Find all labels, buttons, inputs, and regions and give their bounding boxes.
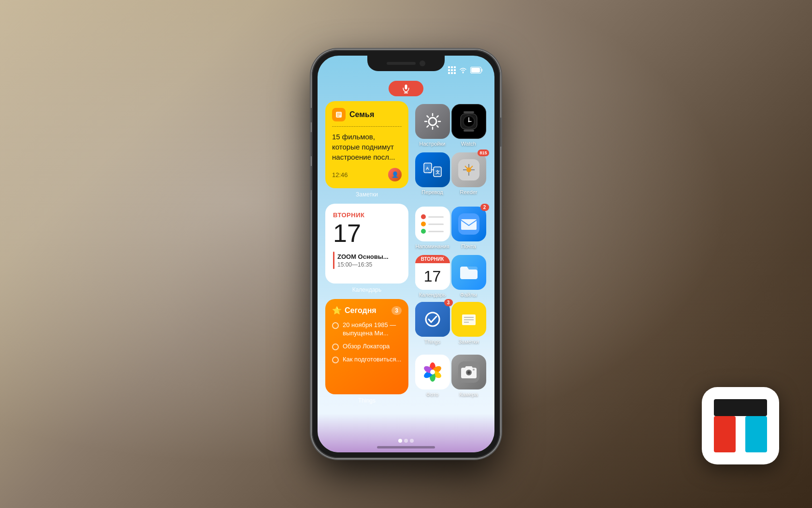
side-button[interactable] — [500, 118, 502, 147]
reminders-dots — [417, 210, 448, 238]
reminders-icon — [415, 207, 450, 241]
home-screen: Семья 15 фильмов, которые поднимут настр… — [318, 77, 494, 452]
svg-rect-66 — [714, 416, 736, 452]
calendar-widget-date: 17 — [333, 221, 401, 246]
things-count-badge: 3 — [392, 306, 402, 315]
things-widget-header: ⭐ Сегодня 3 — [332, 306, 402, 315]
things-app[interactable]: 3 Things — [414, 299, 450, 352]
mail-badge: 2 — [480, 204, 489, 211]
page-dot-1[interactable] — [398, 439, 402, 443]
volume-up-button[interactable] — [310, 132, 312, 156]
notes-app-icon — [451, 302, 486, 337]
svg-rect-13 — [405, 85, 407, 90]
event-details: ZOOM Основы... 15:00—16:35 — [337, 253, 389, 268]
widget-row-2: ВТОРНИК 17 ZOOM Основы... 15:00—16:35 Ка… — [325, 204, 487, 293]
things-item-3: Как подготовиться... — [332, 356, 402, 364]
volume-down-button[interactable] — [310, 166, 312, 190]
settings-icon — [415, 104, 450, 139]
microphone-icon — [401, 84, 411, 93]
svg-line-28 — [436, 116, 438, 118]
files-label: Файлы — [460, 292, 477, 298]
watch-app[interactable]: Watch — [450, 101, 487, 149]
svg-rect-2 — [454, 66, 456, 68]
things-item-2: Обзор Локатора — [332, 343, 402, 351]
watch-icon — [451, 104, 486, 139]
reeder-badge: 815 — [478, 149, 489, 156]
widget-notes-header: Семья — [332, 108, 402, 121]
camera-app[interactable]: Камера — [450, 352, 487, 404]
widget-row-1: Семья 15 фильмов, которые поднимут настр… — [325, 101, 487, 198]
camera-icon — [451, 355, 486, 389]
notes-widget-title: Семья — [349, 110, 374, 119]
mail-label: Почта — [461, 243, 476, 249]
svg-point-59 — [430, 370, 435, 374]
svg-rect-11 — [471, 68, 480, 73]
svg-rect-5 — [454, 69, 456, 71]
page-dot-2[interactable] — [404, 439, 408, 443]
svg-rect-3 — [448, 69, 450, 71]
translate-icon: A 文 — [415, 152, 450, 187]
notes-icon-small — [332, 108, 346, 121]
widget-row-3: ⭐ Сегодня 3 20 ноября 1985 — выпущена Ми… — [325, 299, 487, 404]
calendar-date-num: 17 — [415, 263, 450, 290]
photos-label: Фото — [426, 391, 438, 397]
grid-icon — [448, 66, 456, 74]
apps-grid-row1: Настройки — [414, 101, 487, 198]
camera-label: Камера — [459, 391, 478, 397]
things-circle-2 — [332, 344, 339, 350]
calendar-day-name: Вторник — [415, 255, 450, 263]
svg-line-26 — [436, 126, 438, 127]
silent-switch — [310, 108, 312, 122]
t-logo-svg — [709, 394, 772, 457]
things-text-3: Как подготовиться... — [343, 356, 401, 364]
svg-rect-65 — [714, 399, 767, 416]
svg-text:文: 文 — [435, 170, 440, 175]
notes-widget-content: 15 фильмов, которые поднимут настроение … — [332, 132, 402, 164]
things-widget-title: Сегодня — [345, 306, 377, 315]
files-app[interactable]: Файлы — [450, 252, 487, 300]
svg-point-36 — [468, 121, 469, 122]
svg-rect-6 — [448, 72, 450, 74]
settings-app[interactable]: Настройки — [414, 101, 450, 149]
event-color-stripe — [333, 252, 334, 269]
phone-frame: Семья 15 фильмов, которые поднимут настр… — [312, 50, 500, 458]
calendar-app[interactable]: Вторник 17 Календарь — [414, 252, 450, 300]
translate-app[interactable]: A 文 Перевод — [414, 149, 450, 198]
page-dot-3[interactable] — [410, 439, 414, 443]
notes-app[interactable]: Заметки — [450, 299, 487, 352]
svg-point-63 — [467, 371, 470, 374]
svg-text:A: A — [426, 166, 429, 171]
notch — [367, 56, 445, 71]
translate-label: Перевод — [421, 189, 443, 195]
mail-app[interactable]: 2 Почта — [450, 204, 487, 252]
siri-button[interactable] — [389, 81, 423, 96]
things-badge: 3 — [444, 299, 453, 306]
front-camera — [420, 60, 425, 66]
reeder-label: Reeder — [460, 189, 477, 195]
phone-screen: Семья 15 фильмов, которые поднимут настр… — [318, 56, 494, 452]
settings-label: Настройки — [420, 141, 446, 147]
things-widget-label: Things — [325, 397, 408, 404]
mail-icon: 2 — [451, 207, 486, 241]
calendar-icon: Вторник 17 — [415, 255, 450, 290]
svg-rect-29 — [464, 111, 474, 113]
things-circle-3 — [332, 357, 339, 363]
things-widget[interactable]: ⭐ Сегодня 3 20 ноября 1985 — выпущена Ми… — [325, 299, 408, 394]
svg-line-27 — [427, 126, 428, 127]
watch-label: Watch — [461, 141, 476, 147]
things-app-icon: 3 — [415, 302, 450, 337]
speaker — [387, 62, 416, 65]
large-t-icon — [702, 387, 779, 464]
notes-avatar: 👤 — [388, 168, 402, 181]
photos-app[interactable]: Фото — [414, 352, 450, 404]
svg-rect-7 — [451, 72, 453, 74]
reminders-app[interactable]: Напоминания — [414, 204, 450, 252]
notes-widget-footer: 12:46 👤 — [332, 168, 402, 181]
things-text-1: 20 ноября 1985 — выпущена Ми... — [343, 321, 402, 338]
svg-point-20 — [429, 118, 436, 125]
svg-point-9 — [463, 72, 464, 74]
notes-family-widget[interactable]: Семья 15 фильмов, которые поднимут настр… — [325, 101, 408, 188]
things-checkmark — [415, 302, 450, 337]
calendar-widget[interactable]: ВТОРНИК 17 ZOOM Основы... 15:00—16:35 — [325, 204, 408, 284]
reeder-app[interactable]: 815 Reeder — [450, 149, 487, 198]
